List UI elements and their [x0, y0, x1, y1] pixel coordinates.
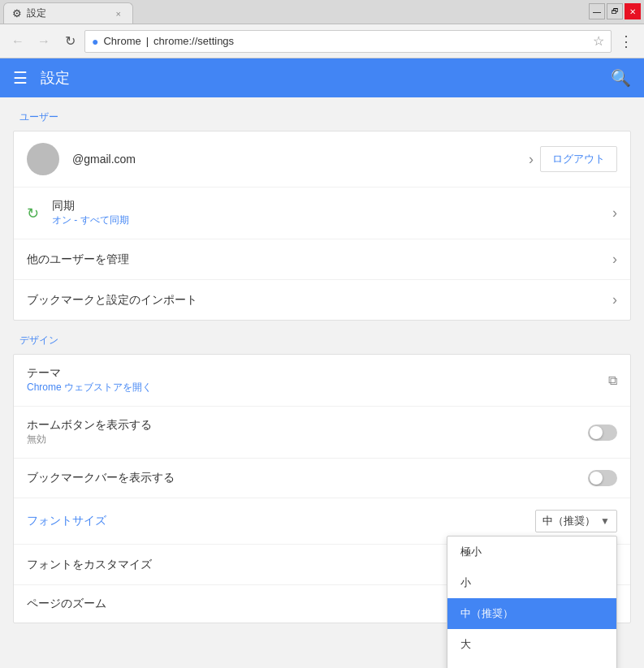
tab-close-button[interactable]: ×: [113, 7, 124, 20]
account-email-text: @gmail.com: [72, 153, 529, 166]
manage-users-label: 他のユーザーを管理: [27, 252, 612, 267]
sync-text: 同期 オン - すべて同期: [52, 199, 612, 227]
dropdown-item-large[interactable]: 大: [447, 629, 616, 660]
home-button-label: ホームボタンを表示する: [27, 418, 588, 433]
address-bar[interactable]: ● Chrome | chrome://settings ☆: [84, 30, 612, 53]
sync-status-label: オン - すべて同期: [52, 213, 612, 227]
tab-area: ⚙ 設定 ×: [3, 0, 641, 24]
font-size-row[interactable]: フォントサイズ 中（推奨） ▼ 極小 小 中（推奨） 大 極大: [14, 498, 630, 545]
settings-header: ☰ 設定 🔍: [0, 58, 644, 97]
chevron-right-icon: ›: [529, 151, 534, 168]
manage-users-chevron-icon: ›: [612, 251, 617, 268]
manage-users-text: 他のユーザーを管理: [27, 252, 612, 267]
home-button-row[interactable]: ホームボタンを表示する 無効: [14, 407, 630, 459]
sync-icon: ↻: [27, 205, 39, 222]
home-button-text: ホームボタンを表示する 無効: [27, 418, 588, 446]
theme-sub-label: Chrome ウェブストアを開く: [27, 381, 608, 394]
restore-button[interactable]: 🗗: [607, 3, 623, 19]
manage-users-row[interactable]: 他のユーザーを管理 ›: [14, 239, 630, 280]
font-size-dropdown[interactable]: 中（推奨） ▼: [535, 510, 617, 532]
bookmark-bar-row[interactable]: ブックマークバーを表示する: [14, 459, 630, 498]
dropdown-item-small[interactable]: 小: [447, 567, 616, 598]
import-row[interactable]: ブックマークと設定のインポート ›: [14, 280, 630, 320]
theme-text: テーマ Chrome ウェブストアを開く: [27, 366, 608, 394]
theme-row[interactable]: テーマ Chrome ウェブストアを開く ⧉: [14, 355, 630, 407]
home-button-toggle[interactable]: [588, 425, 617, 441]
site-security-icon: ●: [92, 35, 98, 48]
user-section-label: ユーザー: [0, 110, 644, 131]
bookmark-bar-label: ブックマークバーを表示する: [27, 471, 588, 485]
font-size-label: フォントサイズ: [27, 514, 535, 528]
reload-button[interactable]: ↻: [58, 30, 81, 53]
tab-favicon-icon: ⚙: [12, 7, 22, 19]
email-label: @gmail.com: [72, 153, 529, 166]
font-size-dropdown-menu: 極小 小 中（推奨） 大 極大: [447, 536, 617, 668]
dropdown-item-very-large[interactable]: 極大: [447, 660, 616, 668]
settings-tab[interactable]: ⚙ 設定 ×: [3, 2, 133, 24]
bookmark-star-icon[interactable]: ☆: [593, 33, 604, 49]
titlebar: ⚙ 設定 × — 🗗 ✕: [0, 0, 644, 24]
account-row-action: › ログアウト: [529, 146, 617, 172]
dropdown-item-medium[interactable]: 中（推奨）: [447, 598, 616, 629]
tab-title-label: 設定: [27, 6, 108, 20]
hamburger-menu-icon[interactable]: ☰: [13, 68, 28, 88]
dropdown-item-very-small[interactable]: 極小: [447, 537, 616, 567]
external-link-icon: ⧉: [608, 373, 617, 388]
sync-chevron-icon: ›: [612, 205, 617, 222]
account-row[interactable]: @gmail.com › ログアウト: [14, 131, 630, 187]
design-section-label: デザイン: [0, 334, 644, 354]
back-button[interactable]: ←: [6, 30, 29, 53]
content-area: ユーザー @gmail.com › ログアウト ↻ 同期 オン - すべて同期: [0, 97, 644, 668]
omnibox-separator: |: [146, 35, 149, 47]
home-button-sub-label: 無効: [27, 433, 588, 446]
close-button[interactable]: ✕: [625, 3, 641, 19]
omnibox-bar: ← → ↻ ● Chrome | chrome://settings ☆ ⋮: [0, 24, 644, 58]
bookmark-bar-toggle[interactable]: [588, 470, 617, 486]
import-text: ブックマークと設定のインポート: [27, 293, 612, 308]
dropdown-arrow-icon: ▼: [600, 515, 610, 527]
search-icon[interactable]: 🔍: [611, 68, 631, 88]
import-chevron-icon: ›: [612, 291, 617, 308]
design-settings-card: テーマ Chrome ウェブストアを開く ⧉ ホームボタンを表示する 無効 ブッ…: [13, 354, 631, 623]
bookmark-bar-text: ブックマークバーを表示する: [27, 471, 588, 485]
logout-button[interactable]: ログアウト: [540, 146, 617, 172]
window-controls: — 🗗 ✕: [589, 3, 641, 19]
omnibox-url: chrome://settings: [153, 35, 588, 47]
avatar: [27, 143, 59, 175]
font-size-value: 中（推奨）: [542, 514, 595, 528]
browser-name-label: Chrome: [103, 35, 140, 47]
minimize-button[interactable]: —: [589, 3, 605, 19]
page-title: 設定: [41, 68, 611, 88]
account-row-left: @gmail.com: [27, 143, 529, 175]
forward-button[interactable]: →: [32, 30, 55, 53]
user-settings-card: @gmail.com › ログアウト ↻ 同期 オン - すべて同期 › 他のユ…: [13, 131, 631, 321]
sync-row-left: ↻ 同期 オン - すべて同期: [27, 199, 612, 227]
import-label: ブックマークと設定のインポート: [27, 293, 612, 308]
sync-label: 同期: [52, 199, 612, 213]
theme-label: テーマ: [27, 366, 608, 381]
chrome-menu-button[interactable]: ⋮: [615, 30, 638, 53]
sync-row[interactable]: ↻ 同期 オン - すべて同期 ›: [14, 187, 630, 239]
